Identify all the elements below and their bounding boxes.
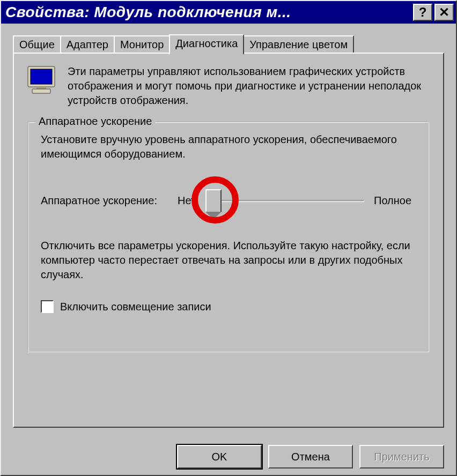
tab-label: Общие (19, 39, 55, 51)
svg-rect-2 (36, 87, 46, 89)
tab-panel-diagnostics: Эти параметры управляют использованием г… (13, 53, 444, 428)
tab-diagnostics[interactable]: Диагностика (169, 34, 244, 55)
checkbox-label: Включить совмещение записи (60, 301, 211, 313)
hardware-acceleration-group: Аппаратное ускорение Установите вручную … (28, 122, 429, 352)
button-label: Применить (374, 451, 429, 463)
window-title: Свойства: Модуль подключения м... (5, 4, 291, 21)
dialog-window: Свойства: Модуль подключения м... ? ✕ Об… (0, 0, 457, 476)
group-legend: Аппаратное ускорение (35, 115, 155, 128)
intro-row: Эти параметры управляют использованием г… (27, 64, 430, 108)
acceleration-description: Отключить все параметры ускорения. Испол… (41, 239, 416, 282)
tab-label: Монитор (120, 39, 164, 51)
tab-monitor[interactable]: Монитор (114, 35, 170, 53)
svg-rect-3 (32, 89, 50, 93)
help-button[interactable]: ? (413, 4, 432, 21)
tab-color-management[interactable]: Управление цветом (243, 35, 354, 53)
button-bar: OK Отмена Применить (177, 445, 444, 468)
help-icon: ? (419, 5, 427, 20)
intro-text: Эти параметры управляют использованием г… (68, 64, 430, 108)
monitor-icon (27, 65, 58, 94)
tab-label: Диагностика (175, 38, 238, 50)
slider-row: Аппаратное ускорение: Нет Полное (41, 186, 416, 215)
tab-label: Адаптер (67, 39, 108, 51)
close-icon: ✕ (439, 5, 449, 20)
button-label: Отмена (291, 451, 330, 463)
write-combining-checkbox[interactable] (41, 300, 54, 313)
slider-right-label: Полное (374, 195, 411, 207)
svg-rect-1 (31, 69, 52, 84)
cancel-button[interactable]: Отмена (268, 445, 353, 468)
slider-thumb[interactable] (205, 189, 222, 212)
close-button[interactable]: ✕ (434, 4, 454, 21)
slider-left-label: Нет (178, 195, 196, 207)
tab-label: Управление цветом (249, 39, 348, 51)
group-intro-text: Установите вручную уровень аппаратного у… (41, 132, 416, 161)
checkbox-row: Включить совмещение записи (41, 300, 416, 313)
tab-general[interactable]: Общие (13, 35, 61, 53)
tab-strip: Общие Адаптер Монитор Диагностика Управл… (13, 33, 444, 53)
client-area: Общие Адаптер Монитор Диагностика Управл… (1, 24, 456, 475)
slider-track (214, 200, 364, 202)
acceleration-slider[interactable] (203, 186, 364, 215)
tab-adapter[interactable]: Адаптер (60, 35, 115, 53)
button-label: OK (212, 451, 227, 463)
apply-button[interactable]: Применить (359, 445, 444, 468)
slider-label: Аппаратное ускорение: (41, 195, 157, 207)
titlebar: Свойства: Модуль подключения м... ? ✕ (1, 1, 456, 24)
ok-button[interactable]: OK (177, 445, 262, 468)
